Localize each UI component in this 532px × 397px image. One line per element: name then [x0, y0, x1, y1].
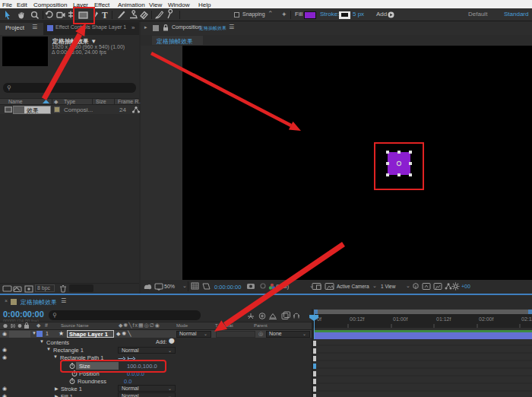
- svg-text:T: T: [102, 11, 108, 20]
